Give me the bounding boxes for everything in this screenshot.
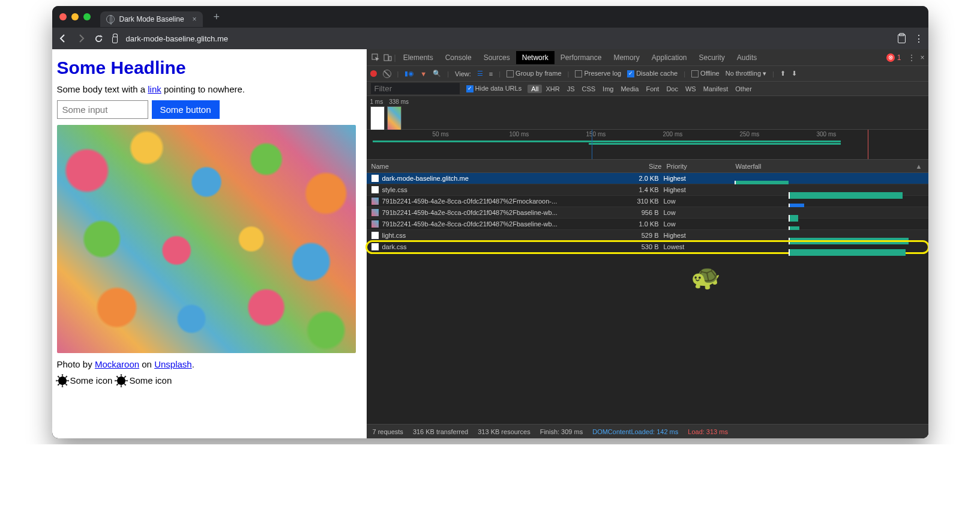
clear-button[interactable] [383,70,391,78]
titlebar: Dark Mode Baseline × + [52,6,928,28]
camera-icon[interactable]: ▮◉ [404,70,414,77]
filter-type-ws[interactable]: WS [682,85,700,93]
filter-type-other[interactable]: Other [732,85,756,93]
network-row[interactable]: dark.css530 BLowest [367,241,928,253]
body-link[interactable]: link [148,84,161,94]
devtools-close[interactable]: × [920,53,924,62]
col-size[interactable]: Size [568,163,667,170]
globe-icon [106,15,115,23]
file-icon [371,232,379,239]
lock-icon [112,37,118,43]
devtools-menu[interactable]: ⋮ [908,53,914,62]
network-row[interactable]: dark-mode-baseline.glitch.me2.0 KBHighes… [367,173,928,184]
some-button[interactable]: Some button [152,100,220,119]
devtools-tab-console[interactable]: Console [439,51,478,64]
col-waterfall[interactable]: Waterfall▲ [736,163,928,170]
network-row[interactable]: 791b2241-459b-4a2e-8cca-c0fdc21f0487%2Fb… [367,207,928,219]
filter-type-all[interactable]: All [528,85,542,93]
file-icon [371,186,379,193]
devtools-tab-application[interactable]: Application [646,51,693,64]
file-icon [371,209,379,216]
photo-credit: Photo by Mockaroon on Unsplash. [57,359,362,369]
filter-row: Hide data URLs AllXHRJSCSSImgMediaFontDo… [367,82,928,96]
turtle-icon: 🐢 [691,263,721,291]
browser-tab[interactable]: Dark Mode Baseline × [100,11,203,27]
devtools-tab-elements[interactable]: Elements [397,51,439,64]
device-icon[interactable] [382,52,393,63]
file-icon [371,243,379,250]
devtools-tab-memory[interactable]: Memory [607,51,645,64]
filmstrip-frame[interactable] [387,106,401,130]
devtools-tab-performance[interactable]: Performance [555,51,608,64]
filter-type-js[interactable]: JS [564,85,579,93]
network-row[interactable]: 791b2241-459b-4a2e-8cca-c0fdc21f0487%2Fm… [367,196,928,207]
filmstrip-frame[interactable] [370,106,385,130]
filter-icon[interactable]: ▼ [420,70,427,77]
max-dot[interactable] [83,13,91,20]
filter-type-manifest[interactable]: Manifest [700,85,732,93]
network-row[interactable]: light.css529 BHighest [367,230,928,241]
filter-type-doc[interactable]: Doc [663,85,682,93]
file-name: 791b2241-459b-4a2e-8cca-c0fdc21f0487%2Fb… [382,209,565,216]
group-checkbox[interactable]: Group by frame [507,70,561,77]
search-icon[interactable]: 🔍 [433,70,441,77]
file-icon [371,175,379,182]
credit-author-link[interactable]: Mockaroon [95,359,139,369]
file-name: 791b2241-459b-4a2e-8cca-c0fdc21f0487%2Fb… [382,220,565,228]
credit-site-link[interactable]: Unsplash [154,359,192,369]
filter-type-img[interactable]: Img [599,85,617,93]
sun-icon [58,376,67,385]
reload-button[interactable] [94,34,104,43]
filter-type-media[interactable]: Media [617,85,642,93]
file-name: dark.css [382,243,565,250]
close-tab-icon[interactable]: × [193,15,197,23]
network-summary: 7 requests 316 KB transferred 313 KB res… [367,424,928,438]
export-icon[interactable]: ⬇ [792,70,797,77]
filter-input[interactable] [370,82,460,95]
filter-type-css[interactable]: CSS [578,85,599,93]
devtools-tab-network[interactable]: Network [516,51,555,64]
min-dot[interactable] [71,13,79,20]
view-large-icon[interactable]: ≡ [489,70,493,77]
url-text[interactable]: dark-mode-baseline.glitch.me [126,34,889,43]
filter-type-xhr[interactable]: XHR [542,85,563,93]
throttle-select[interactable]: No throttling ▾ [726,70,766,77]
file-name: dark-mode-baseline.glitch.me [382,175,565,182]
extension-icon[interactable] [898,34,906,43]
file-name: style.css [382,186,565,193]
network-toolbar: | ▮◉ ▼ 🔍 | View: ☰ ≡ | Group by frame | … [367,66,928,82]
filter-type-font[interactable]: Font [642,85,663,93]
network-row[interactable]: 791b2241-459b-4a2e-8cca-c0fdc21f0487%2Fb… [367,219,928,230]
network-row[interactable]: style.css1.4 KBHighest [367,184,928,196]
col-priority[interactable]: Priority [667,163,736,170]
some-input[interactable] [57,100,148,119]
photo-image [57,125,356,353]
offline-checkbox[interactable]: Offline [691,70,720,77]
back-button[interactable] [58,34,68,43]
close-dot[interactable] [59,13,67,20]
menu-button[interactable]: ⋮ [914,33,922,44]
inspect-icon[interactable] [370,52,381,63]
devtools-tab-sources[interactable]: Sources [478,51,516,64]
file-name: 791b2241-459b-4a2e-8cca-c0fdc21f0487%2Fm… [382,198,565,205]
disable-cache-checkbox[interactable]: Disable cache [627,70,678,77]
browser-window: Dark Mode Baseline × + dark-mode-baselin… [52,6,928,438]
import-icon[interactable]: ⬆ [780,70,786,77]
forward-button[interactable] [76,34,86,43]
record-button[interactable] [370,70,377,77]
network-table-body: 🐢 dark-mode-baseline.glitch.me2.0 KBHigh… [367,173,928,424]
col-name[interactable]: Name [367,163,568,170]
new-tab-button[interactable]: + [214,11,220,23]
network-table-header: Name Size Priority Waterfall▲ [367,160,928,173]
devtools-tab-security[interactable]: Security [693,51,731,64]
hide-data-checkbox[interactable]: Hide data URLs [466,85,522,92]
url-bar: dark-mode-baseline.glitch.me ⋮ [52,28,928,49]
preserve-checkbox[interactable]: Preserve log [575,70,621,77]
devtools-tab-audits[interactable]: Audits [731,51,763,64]
svg-rect-2 [389,56,391,61]
view-list-icon[interactable]: ☰ [477,70,483,77]
filmstrip: 1 ms338 ms [367,96,928,130]
timeline-overview[interactable]: 50 ms100 ms150 ms200 ms250 ms300 ms [367,130,928,160]
tab-title: Dark Mode Baseline [119,15,184,23]
error-badge[interactable]: ⊗ [886,53,895,62]
